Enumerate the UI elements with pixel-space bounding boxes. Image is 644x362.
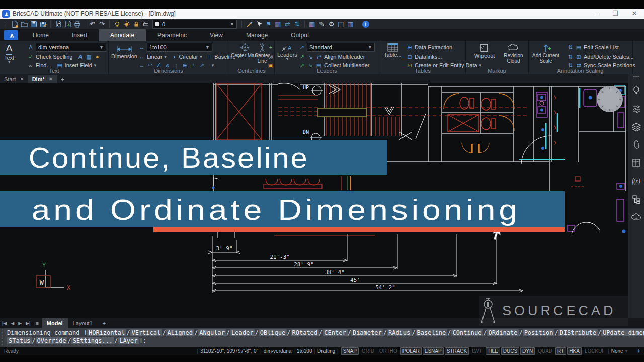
tab-home[interactable]: Home [21,29,60,41]
mleader-add-icon[interactable]: ↗ [298,53,305,60]
command-line-panel[interactable]: ⋮⋮⋮ Dimensioning command [HORizontal/VEr… [0,328,644,347]
attachments-paperclip-icon[interactable] [631,139,642,150]
group-icon[interactable]: ⚑ [264,20,273,28]
layer-lock-icon[interactable] [132,20,140,28]
dimension-button[interactable]: Dimension [111,45,137,59]
print-icon[interactable] [73,20,82,28]
tab-output[interactable]: Output [279,29,320,41]
scale-mid-icon[interactable]: ⇅ [567,53,574,60]
command-option[interactable]: CEnter [323,329,347,336]
command-option[interactable]: ALigned [166,329,194,336]
layer-sun-icon[interactable] [122,20,131,28]
command-option[interactable]: Baseline [416,329,448,336]
toggle-hka[interactable]: HKA [567,347,582,355]
close-tab-icon[interactable]: ✕ [49,76,53,82]
prev-layout-button[interactable]: ◀ [9,321,16,326]
close-button[interactable]: ✕ [625,9,644,19]
edit-scale-list-button[interactable]: Edit Scale List [584,44,619,50]
data-extraction-button[interactable]: Data Extraction [415,44,452,50]
scale-up-icon[interactable]: ⇅ [567,44,574,51]
command-option[interactable]: ANgular [198,329,226,336]
toggle-ducs[interactable]: DUCS [501,347,519,355]
command-option[interactable]: COntinue [451,329,484,336]
toggle-lockui[interactable]: LOCKUI [583,347,605,355]
table-tool-icon[interactable]: ▦ [308,20,316,28]
text-style-select[interactable]: dim-verdana▼ [36,43,106,52]
command-option[interactable]: UPdate dimensions [601,329,644,336]
layer-select[interactable]: 0 ▼ [152,20,237,29]
new-tab-button[interactable]: + [57,76,68,83]
sidebar-handle[interactable]: ••• [633,74,639,81]
layout-list-icon[interactable]: ≡ [32,320,41,326]
tab-annotate[interactable]: Annotate [99,29,146,41]
status-misc-icon[interactable]: ✈ [637,348,641,354]
command-grip[interactable]: ⋮⋮⋮ [0,328,4,347]
settings-gear-icon[interactable]: ⚙ [327,20,336,28]
dim-scale-select[interactable]: 1to100▼ [147,43,212,52]
centerline-edit-icon[interactable]: ◎ [267,53,274,60]
mleader-style-select[interactable]: Standard▼ [307,43,375,52]
close-tab-icon[interactable]: ✕ [20,76,24,82]
command-option[interactable]: LAyer [118,337,139,344]
datalinks-button[interactable]: Datalinks... [415,54,442,60]
toggle-rt[interactable]: RT [555,347,566,355]
last-layout-button[interactable]: ▶| [24,321,32,326]
text-button[interactable]: A Text▼ [4,43,14,64]
sheets-icon[interactable] [631,157,642,168]
print-preview-icon[interactable] [54,20,62,28]
status-annotation-scale[interactable]: None [611,348,623,354]
help-info-icon[interactable]: i [362,21,369,28]
offset-icon[interactable]: ⇅ [293,20,301,28]
toggle-snap[interactable]: SNAP [341,347,359,355]
layout-tab-layout1[interactable]: Layout1 [68,318,98,328]
field-dot-icon[interactable]: ● [94,53,101,60]
command-option[interactable]: OBlique [259,329,287,336]
edit-tool-icon[interactable]: ✎ [317,20,326,28]
add-delete-scales-button[interactable]: Add/Delete Scales... [584,54,634,60]
next-layout-button[interactable]: ▶ [16,321,24,326]
layer-plot-icon[interactable] [141,20,150,28]
redo-icon[interactable]: ↷ [98,20,106,28]
command-option[interactable]: RAdius [387,329,412,336]
save-icon[interactable] [29,20,38,28]
command-option[interactable]: STatus [7,337,32,344]
save-as-icon[interactable] [39,20,47,28]
toggle-grid[interactable]: GRID [360,347,376,355]
application-button[interactable] [4,30,18,40]
navigation-sphere[interactable] [597,86,623,112]
doc-tab-dim[interactable]: Dim*✕ [28,75,57,83]
tab-insert[interactable]: Insert [60,29,99,41]
circular-button[interactable]: Circular [179,54,198,60]
leaders-button[interactable]: A Leaders▼ [277,43,297,61]
wipeout-button[interactable]: Wipeout [474,43,495,59]
toggle-tile[interactable]: TILE [486,347,500,355]
linear-button[interactable]: Linear [147,54,163,60]
undo-icon[interactable]: ↶ [88,20,97,28]
image-tool-icon[interactable]: ▥ [346,20,355,28]
command-option[interactable]: ORdinate [487,329,519,336]
tab-view[interactable]: View [198,29,234,41]
chevron-down-icon[interactable]: ▾ [625,348,628,354]
new-drawing-icon[interactable] [10,20,19,28]
toggle-quad[interactable]: QUAD [536,347,554,355]
tab-manage[interactable]: Manage [234,29,279,41]
publish-icon[interactable] [63,20,72,28]
toggle-ortho[interactable]: ORTHO [377,347,399,355]
oblique-text-icon[interactable]: A [76,53,84,60]
command-option[interactable]: OVerride [36,337,68,344]
toggle-polar[interactable]: POLAR [400,347,422,355]
status-text-style[interactable]: dim-verdana [264,348,292,354]
status-workspace[interactable]: Drafting [317,348,335,354]
status-dim-style[interactable]: 1to100 [297,348,312,354]
minimize-button[interactable]: – [587,9,606,19]
tips-bulb-icon[interactable] [631,85,642,96]
cloud-upload-icon[interactable] [631,212,642,223]
toolbar-grip[interactable]: ⋮ [2,21,8,27]
check-spelling-button[interactable]: Check Spelling [36,54,72,60]
open-drawing-icon[interactable] [20,20,28,28]
command-option[interactable]: DIStribute [558,329,598,336]
sheet-edit-icon[interactable]: ▤ [337,20,345,28]
toggle-dyn[interactable]: DYN [520,347,535,355]
layout-tab-model[interactable]: Model [42,318,68,328]
layers-icon[interactable] [631,121,642,132]
